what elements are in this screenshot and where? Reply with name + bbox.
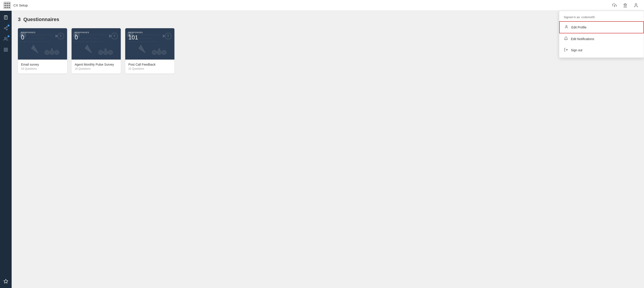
svg-point-12: [4, 28, 5, 29]
svg-point-60: [162, 50, 166, 55]
top-bar: CX Setup: [0, 0, 644, 11]
content-area: 3 Questionnaires Search: [12, 11, 644, 288]
top-bar-actions: [610, 1, 640, 10]
svg-point-46: [108, 50, 113, 55]
sidebar-item-team[interactable]: [1, 34, 11, 44]
questionnaires-label: Questionnaires: [23, 17, 59, 22]
bank-icon: [623, 3, 628, 8]
card3-responses-count: 101: [128, 34, 171, 41]
svg-point-11: [6, 27, 8, 28]
bank-button[interactable]: [621, 1, 630, 10]
upload-icon: [612, 3, 617, 8]
svg-point-7: [635, 3, 636, 5]
user-circle-icon: [564, 25, 569, 30]
sign-out-button[interactable]: Sign out: [559, 45, 644, 56]
svg-point-66: [566, 25, 567, 27]
signed-in-text: Signed in as: ccdemo05: [559, 13, 644, 21]
edit-profile-label: Edit Profile: [571, 26, 586, 29]
card-image-post-call: A ? RESPONSES 101: [125, 28, 174, 60]
card-agent-monthly-pulse[interactable]: A ? RESPONSES 0: [72, 28, 121, 73]
svg-point-30: [45, 50, 49, 55]
sidebar-bottom: [1, 276, 11, 286]
upload-button[interactable]: [610, 1, 619, 10]
svg-rect-20: [4, 50, 6, 52]
card1-name: Email survey: [21, 63, 64, 66]
main-layout: 3 Questionnaires Search: [0, 11, 644, 288]
card2-responses-label: RESPONSES: [75, 31, 118, 34]
svg-marker-21: [4, 279, 8, 283]
edit-notifications-button[interactable]: Edit Notifications: [559, 33, 644, 45]
svg-point-44: [98, 50, 103, 55]
sign-out-label: Sign out: [571, 48, 582, 52]
page-title: 3 Questionnaires: [18, 17, 59, 22]
grid-icon: [4, 3, 10, 8]
team-icon: [4, 37, 8, 41]
svg-line-14: [5, 29, 6, 29]
card2-responses-count: 0: [75, 34, 118, 41]
svg-point-45: [103, 50, 108, 55]
user-menu-button[interactable]: [632, 1, 640, 10]
sign-out-icon: [564, 48, 568, 53]
sidebar-item-apps[interactable]: [1, 45, 11, 55]
app-title: CX Setup: [14, 3, 610, 7]
card3-body: Post Call Feedback 22 Questions: [125, 60, 174, 73]
user-icon: [634, 3, 638, 8]
card3-name: Post Call Feedback: [128, 63, 171, 66]
card2-questions: 16 Questions: [75, 67, 118, 70]
star-logo-icon: [3, 279, 8, 284]
card1-questions: 16 Questions: [21, 67, 64, 70]
sidebar-item-clipboard[interactable]: [1, 13, 11, 22]
svg-point-13: [6, 29, 8, 30]
grid-menu-button[interactable]: [4, 2, 11, 9]
edit-profile-button[interactable]: Edit Profile: [559, 21, 644, 33]
card1-responses-label: RESPONSES: [21, 31, 64, 34]
sidebar: [0, 11, 12, 288]
user-dropdown-menu: Signed in as: ccdemo05 Edit Profile Edit…: [559, 11, 644, 58]
card3-responses-label: RESPONSES: [128, 31, 171, 34]
card-image-email-survey: A ?: [18, 28, 67, 60]
questionnaires-count: 3: [18, 17, 20, 22]
card-email-survey[interactable]: A ?: [18, 28, 67, 73]
svg-marker-6: [624, 3, 626, 4]
sidebar-item-share[interactable]: [1, 23, 11, 33]
svg-rect-19: [6, 50, 8, 52]
card-image-agent-monthly: A ? RESPONSES 0: [72, 28, 121, 60]
svg-point-32: [54, 50, 59, 55]
sidebar-logo[interactable]: [1, 276, 11, 286]
page-header: 3 Questionnaires Search: [18, 16, 638, 23]
card2-body: Agent Monthly Pulse Survey 16 Questions: [72, 60, 121, 73]
card-post-call-feedback[interactable]: A ? RESPONSES 101: [125, 28, 174, 73]
card3-questions: 22 Questions: [128, 67, 171, 70]
svg-rect-17: [4, 48, 6, 50]
svg-point-59: [157, 50, 162, 55]
card1-body: Email survey 16 Questions: [18, 60, 67, 73]
team-badge: [8, 35, 10, 37]
card2-name: Agent Monthly Pulse Survey: [75, 63, 118, 66]
clipboard-icon: [4, 15, 8, 20]
share-icon: [4, 26, 8, 31]
svg-rect-18: [6, 48, 8, 50]
svg-rect-8: [5, 16, 6, 16]
share-badge: [8, 25, 10, 27]
svg-point-58: [152, 50, 156, 55]
svg-point-31: [50, 50, 54, 55]
svg-point-16: [4, 37, 6, 39]
apps-icon: [4, 48, 8, 52]
cards-grid: A ?: [18, 28, 638, 73]
svg-line-15: [5, 27, 6, 28]
card1-responses-count: 0: [21, 34, 64, 41]
bell-icon: [564, 37, 568, 41]
edit-notifications-label: Edit Notifications: [571, 37, 594, 41]
